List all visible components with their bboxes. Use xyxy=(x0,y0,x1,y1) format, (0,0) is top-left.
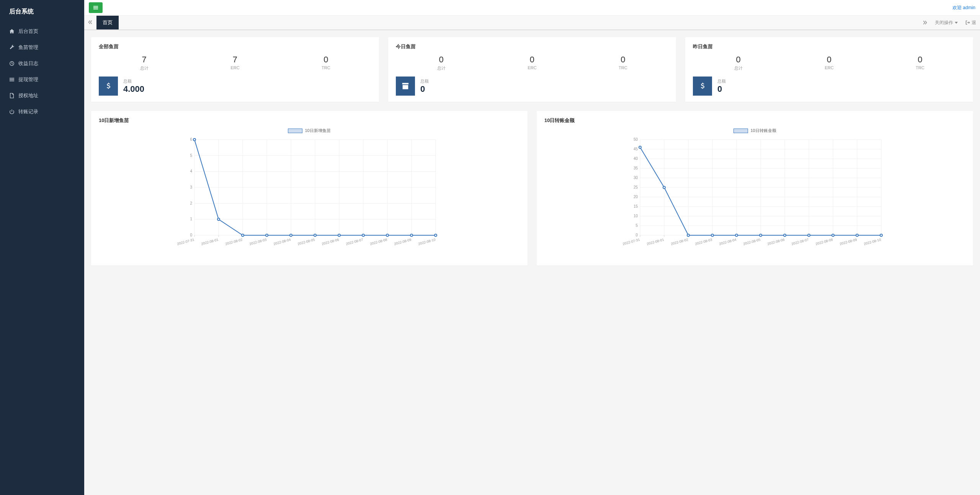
chart-area: 10日新增鱼苗 01234562022-07-312022-08-012022-… xyxy=(99,128,520,258)
svg-text:25: 25 xyxy=(634,185,638,189)
stat-label: TRC xyxy=(875,65,965,70)
svg-text:2022-08-07: 2022-08-07 xyxy=(791,238,809,246)
close-ops-dropdown[interactable]: 关闭操作 xyxy=(931,16,962,29)
stat-label: TRC xyxy=(281,65,371,70)
svg-point-129 xyxy=(856,234,858,236)
svg-text:2022-08-01: 2022-08-01 xyxy=(201,238,219,246)
stat-value: 7 xyxy=(189,55,280,65)
stat-item: 0 ERC xyxy=(784,55,874,71)
double-right-icon xyxy=(923,20,927,25)
stat-item: 0 TRC xyxy=(281,55,371,71)
home-icon xyxy=(9,29,15,34)
svg-text:20: 20 xyxy=(634,195,638,199)
svg-point-62 xyxy=(386,234,389,236)
stat-card: 昨日鱼苗 0 总计 0 ERC 0 TRC 总额 0 xyxy=(685,37,973,102)
clock-icon xyxy=(9,61,15,66)
caret-down-icon xyxy=(955,22,958,24)
svg-text:45: 45 xyxy=(634,147,638,151)
svg-text:2022-08-08: 2022-08-08 xyxy=(369,238,387,246)
stat-value: 0 xyxy=(875,55,965,65)
svg-text:15: 15 xyxy=(634,204,638,208)
sidebar-item-label: 转账记录 xyxy=(18,108,38,115)
logout-icon xyxy=(965,20,970,25)
total-label: 总额 xyxy=(717,78,726,84)
sidebar-item-withdraw[interactable]: 提现管理 xyxy=(0,72,84,88)
menu-icon xyxy=(93,5,98,10)
svg-text:2022-07-31: 2022-07-31 xyxy=(622,238,640,246)
stat-card: 今日鱼苗 0 总计 0 ERC 0 TRC 总额 0 xyxy=(388,37,676,102)
dollar-icon xyxy=(693,77,712,96)
tab-home[interactable]: 首页 xyxy=(96,16,119,29)
svg-text:40: 40 xyxy=(634,156,638,161)
svg-text:2022-08-07: 2022-08-07 xyxy=(345,238,363,246)
svg-text:2022-08-09: 2022-08-09 xyxy=(394,238,412,246)
sidebar-menu: 后台首页 鱼苗管理 收益日志 提现管理 授权地址 转账记录 xyxy=(0,23,84,120)
sidebar-item-label: 后台首页 xyxy=(18,28,38,35)
sidebar-title: 后台系统 xyxy=(0,0,84,23)
stat-label: 总计 xyxy=(396,65,487,71)
svg-text:0: 0 xyxy=(635,233,638,237)
chart-card: 10日新增鱼苗 10日新增鱼苗 01234562022-07-312022-08… xyxy=(91,111,528,265)
stat-item: 0 TRC xyxy=(875,55,965,71)
svg-point-56 xyxy=(242,234,244,236)
legend-label: 10日新增鱼苗 xyxy=(305,128,330,134)
sidebar-item-transfer[interactable]: 转账记录 xyxy=(0,104,84,120)
svg-text:2022-08-10: 2022-08-10 xyxy=(418,238,436,246)
stat-item: 0 总计 xyxy=(396,55,487,71)
sidebar-toggle-button[interactable] xyxy=(89,2,103,13)
legend-swatch xyxy=(288,129,302,133)
svg-text:35: 35 xyxy=(634,166,638,170)
sidebar-item-earnings[interactable]: 收益日志 xyxy=(0,55,84,72)
total-value: 0 xyxy=(420,84,429,94)
stat-row: 0 总计 0 ERC 0 TRC xyxy=(693,55,965,71)
stat-value: 0 xyxy=(784,55,874,65)
sidebar-item-label: 收益日志 xyxy=(18,60,38,67)
tab-prev-button[interactable] xyxy=(84,17,96,29)
sidebar-item-fish[interactable]: 鱼苗管理 xyxy=(0,39,84,55)
total-label: 总额 xyxy=(123,78,144,84)
svg-point-125 xyxy=(760,234,762,236)
svg-text:2: 2 xyxy=(190,201,192,205)
sidebar-item-label: 鱼苗管理 xyxy=(18,44,38,51)
chart-svg: 051015202530354045502022-07-312022-08-01… xyxy=(544,136,965,251)
legend-label: 10日转账金额 xyxy=(750,128,776,134)
svg-text:2022-08-08: 2022-08-08 xyxy=(815,238,833,246)
total-row: 总额 0 xyxy=(693,77,965,96)
sidebar-item-home[interactable]: 后台首页 xyxy=(0,23,84,39)
svg-text:5: 5 xyxy=(635,223,638,228)
total-value: 0 xyxy=(717,84,726,94)
svg-point-122 xyxy=(687,234,689,236)
svg-rect-2 xyxy=(10,79,14,80)
tab-next-button[interactable] xyxy=(919,16,931,29)
svg-point-130 xyxy=(880,234,882,236)
total-value: 4.000 xyxy=(123,84,144,94)
list-icon xyxy=(9,77,15,82)
stat-label: ERC xyxy=(784,65,874,70)
svg-text:10: 10 xyxy=(634,214,638,218)
stat-item: 7 ERC xyxy=(189,55,280,71)
stat-row: 7 总计 7 ERC 0 TRC xyxy=(99,55,371,71)
logout-button[interactable]: 退 xyxy=(962,16,980,29)
chart-legend: 10日新增鱼苗 xyxy=(99,128,520,134)
svg-point-126 xyxy=(784,234,786,236)
chart-title: 10日转账金额 xyxy=(544,117,965,124)
svg-point-124 xyxy=(735,234,738,236)
sidebar-item-address[interactable]: 授权地址 xyxy=(0,88,84,104)
svg-point-60 xyxy=(338,234,340,236)
chart-card: 10日转账金额 10日转账金额 051015202530354045502022… xyxy=(537,111,973,265)
svg-point-128 xyxy=(832,234,834,236)
card-title: 今日鱼苗 xyxy=(396,43,668,50)
stat-value: 0 xyxy=(396,55,487,65)
svg-text:2022-08-04: 2022-08-04 xyxy=(719,238,737,246)
svg-point-57 xyxy=(266,234,268,236)
svg-point-59 xyxy=(314,234,316,236)
charts-row: 10日新增鱼苗 10日新增鱼苗 01234562022-07-312022-08… xyxy=(91,111,973,265)
svg-text:3: 3 xyxy=(190,185,192,189)
stat-label: ERC xyxy=(487,65,577,70)
welcome-user[interactable]: 欢迎 admin xyxy=(952,5,975,11)
svg-text:30: 30 xyxy=(634,176,638,180)
svg-point-123 xyxy=(711,234,714,236)
svg-text:50: 50 xyxy=(634,137,638,142)
stat-label: 总计 xyxy=(99,65,189,71)
double-left-icon xyxy=(88,20,93,24)
